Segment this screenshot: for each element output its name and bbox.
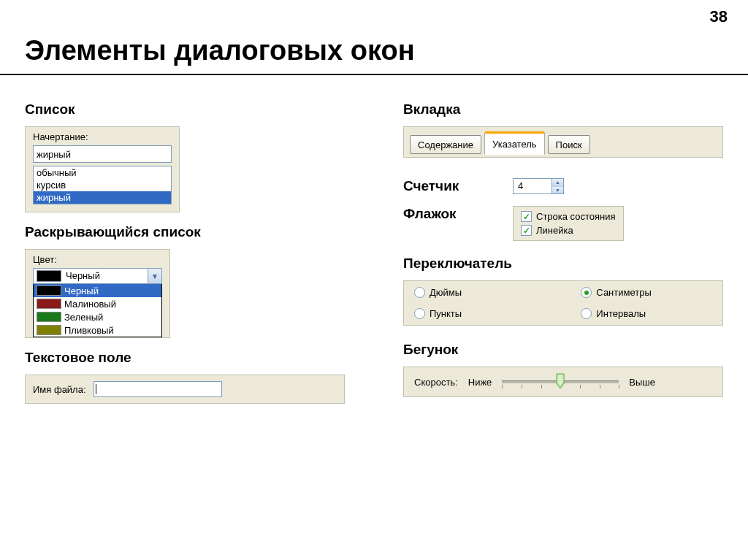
dropdown-widget: Цвет: Черный ▼ Черный Малиновый Зеленый bbox=[25, 249, 170, 338]
dropdown-item[interactable]: Пливковый bbox=[34, 323, 161, 337]
listbox-value-field[interactable]: жирный bbox=[33, 145, 172, 163]
textfield-widget: Имя файла: bbox=[25, 375, 345, 404]
checkbox-icon[interactable]: ✓ bbox=[521, 211, 532, 222]
section-checkbox-label: Флажок bbox=[403, 206, 491, 222]
radio-label: Сантиметры bbox=[596, 287, 651, 298]
dropdown-item-label: Пливковый bbox=[64, 325, 114, 336]
divider bbox=[0, 74, 748, 75]
radio-icon[interactable] bbox=[581, 308, 592, 319]
checkbox-icon[interactable]: ✓ bbox=[521, 225, 532, 236]
filename-input[interactable] bbox=[94, 381, 222, 397]
listbox[interactable]: обычный курсив жирный bbox=[33, 166, 172, 204]
spinner-widget[interactable]: 4 ▲ ▼ bbox=[513, 178, 564, 194]
radio-icon[interactable] bbox=[414, 308, 425, 319]
dropdown-item-label: Малиновый bbox=[64, 299, 116, 310]
dropdown-item-label: Черный bbox=[64, 285, 99, 296]
spinner-down-icon[interactable]: ▼ bbox=[552, 187, 563, 194]
list-item[interactable]: курсив bbox=[34, 179, 171, 191]
tab-index[interactable]: Указатель bbox=[484, 131, 545, 155]
section-spinner-label: Счетчик bbox=[403, 178, 491, 194]
text-cursor bbox=[96, 384, 96, 394]
check-row[interactable]: ✓ Линейка bbox=[521, 223, 616, 237]
right-column: Вкладка Содержание Указатель Поиск Счетч… bbox=[403, 90, 723, 404]
section-tabs-label: Вкладка bbox=[403, 101, 723, 118]
dropdown-item[interactable]: Малиновый bbox=[34, 297, 161, 310]
spinner-value[interactable]: 4 bbox=[514, 179, 552, 193]
checkbox-widget: ✓ Строка состояния ✓ Линейка bbox=[513, 206, 624, 241]
radio-label: Дюймы bbox=[430, 287, 462, 298]
radio-row[interactable]: Дюймы bbox=[414, 287, 522, 298]
color-swatch bbox=[37, 299, 61, 309]
color-swatch bbox=[37, 285, 61, 296]
dropdown-item[interactable]: Черный bbox=[34, 284, 161, 297]
chevron-down-icon[interactable]: ▼ bbox=[148, 269, 161, 283]
slider-min-label: Ниже bbox=[468, 377, 492, 388]
check-row[interactable]: ✓ Строка состояния bbox=[521, 210, 616, 223]
tabs-widget: Содержание Указатель Поиск bbox=[403, 126, 723, 158]
dropdown-list: Черный Малиновый Зеленый Пливковый bbox=[33, 284, 162, 337]
section-list-label: Список bbox=[25, 101, 345, 118]
tab-search[interactable]: Поиск bbox=[548, 135, 590, 154]
listbox-widget: Начертание: жирный обычный курсив жирный bbox=[25, 126, 180, 212]
color-swatch bbox=[37, 312, 61, 322]
color-swatch bbox=[37, 325, 61, 335]
list-item[interactable]: жирный bbox=[34, 191, 171, 204]
list-item[interactable]: обычный bbox=[34, 166, 171, 179]
slider-max-label: Выше bbox=[629, 377, 655, 388]
combobox[interactable]: Черный ▼ bbox=[33, 268, 162, 284]
combobox-value: Черный bbox=[64, 269, 148, 283]
color-swatch bbox=[37, 270, 61, 282]
radio-label: Пункты bbox=[430, 308, 462, 319]
page-number: 38 bbox=[710, 7, 728, 26]
section-dropdown-label: Раскрывающийся список bbox=[25, 224, 345, 240]
radio-icon[interactable] bbox=[414, 287, 425, 298]
listbox-field-label: Начертание: bbox=[33, 131, 172, 142]
radio-label: Интервалы bbox=[596, 308, 646, 319]
section-textfield-label: Текстовое поле bbox=[25, 350, 345, 366]
section-slider-label: Бегунок bbox=[403, 342, 723, 358]
spinner-up-icon[interactable]: ▲ bbox=[552, 179, 563, 187]
checkbox-label: Строка состояния bbox=[536, 211, 616, 222]
radio-row[interactable]: Пункты bbox=[414, 308, 522, 319]
radio-widget: Дюймы Сантиметры Пункты Интервалы bbox=[403, 280, 723, 326]
spinner-buttons: ▲ ▼ bbox=[552, 179, 563, 193]
slider-widget: Скорость: Ниже bbox=[403, 367, 723, 397]
dropdown-item-label: Зеленый bbox=[64, 312, 103, 323]
slider-field-label: Скорость: bbox=[414, 377, 458, 388]
radio-icon[interactable] bbox=[581, 287, 592, 298]
checkbox-label: Линейка bbox=[536, 225, 573, 236]
textfield-field-label: Имя файла: bbox=[33, 384, 86, 395]
slider-track[interactable] bbox=[502, 373, 619, 391]
dropdown-item[interactable]: Зеленый bbox=[34, 310, 161, 323]
left-column: Список Начертание: жирный обычный курсив… bbox=[25, 90, 345, 404]
slider-thumb-icon[interactable] bbox=[556, 373, 565, 389]
radio-row[interactable]: Сантиметры bbox=[581, 287, 712, 298]
section-radio-label: Переключатель bbox=[403, 256, 723, 272]
page-title: Элементы диалоговых окон bbox=[25, 35, 748, 66]
dropdown-field-label: Цвет: bbox=[33, 254, 162, 265]
radio-row[interactable]: Интервалы bbox=[581, 308, 712, 319]
tab-content[interactable]: Содержание bbox=[410, 135, 481, 154]
